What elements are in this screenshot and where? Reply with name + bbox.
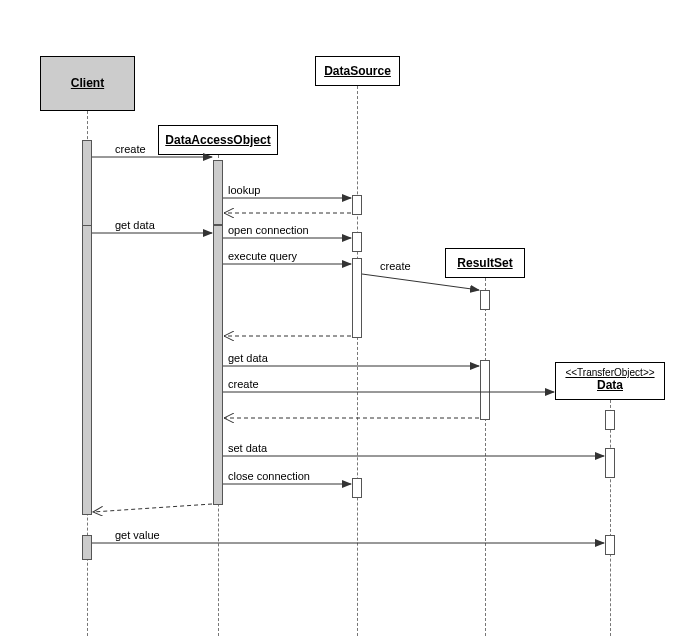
activation-to-3 xyxy=(605,535,615,555)
msg-openconn: open connection xyxy=(228,224,309,236)
lifeline-datasource xyxy=(357,86,358,636)
participant-transferobject-label: Data xyxy=(597,378,623,392)
activation-client-2 xyxy=(82,225,92,515)
activation-to-1 xyxy=(605,410,615,430)
activation-ds-2 xyxy=(352,232,362,252)
msg-getdata-rs: get data xyxy=(228,352,268,364)
activation-ds-4 xyxy=(352,478,362,498)
activation-ds-1 xyxy=(352,195,362,215)
participant-resultset: ResultSet xyxy=(445,248,525,278)
activation-ds-3 xyxy=(352,258,362,338)
participant-datasource-label: DataSource xyxy=(324,64,391,78)
msg-setdata: set data xyxy=(228,442,267,454)
msg-execquery: execute query xyxy=(228,250,297,262)
msg-create-to: create xyxy=(228,378,259,390)
activation-dao-2 xyxy=(213,225,223,505)
msg-create-dao: create xyxy=(115,143,146,155)
participant-dao-label: DataAccessObject xyxy=(165,133,270,147)
activation-client-1 xyxy=(82,140,92,235)
participant-client: Client xyxy=(40,56,135,111)
activation-rs-1 xyxy=(480,290,490,310)
msg-getvalue: get value xyxy=(115,529,160,541)
msg-closeconn: close connection xyxy=(228,470,310,482)
lifeline-resultset xyxy=(485,278,486,636)
lifeline-transferobject xyxy=(610,400,611,636)
msg-getdata-client: get data xyxy=(115,219,155,231)
participant-transferobject: <<TransferObject>> Data xyxy=(555,362,665,400)
activation-dao-1 xyxy=(213,160,223,225)
svg-line-13 xyxy=(93,504,212,512)
participant-resultset-label: ResultSet xyxy=(457,256,512,270)
activation-to-2 xyxy=(605,448,615,478)
participant-client-label: Client xyxy=(71,76,104,90)
participant-transferobject-stereo: <<TransferObject>> xyxy=(562,367,658,378)
activation-rs-2 xyxy=(480,360,490,420)
activation-client-3 xyxy=(82,535,92,560)
msg-create-rs: create xyxy=(380,260,411,272)
msg-lookup: lookup xyxy=(228,184,260,196)
participant-datasource: DataSource xyxy=(315,56,400,86)
participant-dao: DataAccessObject xyxy=(158,125,278,155)
sequence-diagram: Client DataAccessObject DataSource Resul… xyxy=(0,0,686,636)
